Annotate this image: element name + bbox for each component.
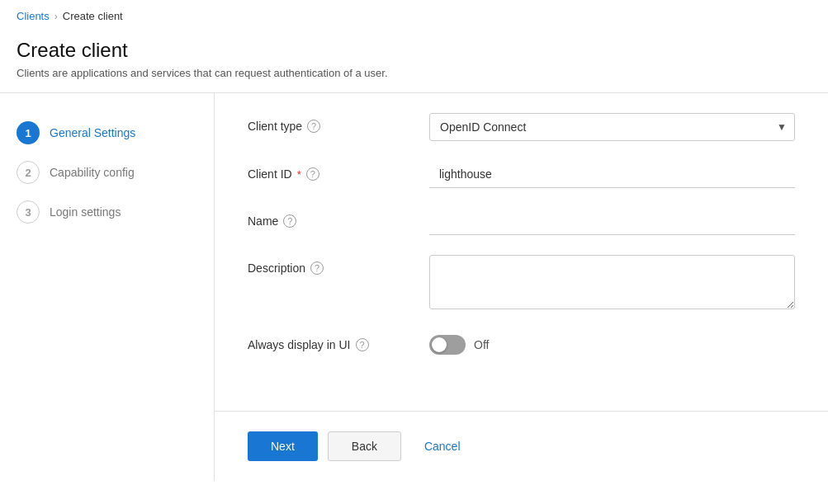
breadcrumb: Clients › Create client	[0, 0, 828, 32]
always-display-help-icon[interactable]: ?	[356, 338, 369, 351]
always-display-row: Always display in UI ? Off	[248, 332, 795, 355]
client-type-label: Client type	[248, 120, 302, 133]
step-1-circle: 1	[17, 121, 40, 144]
always-display-toggle[interactable]	[429, 335, 466, 355]
client-id-row: Client ID * ?	[248, 161, 795, 188]
client-id-required-star: *	[297, 168, 301, 181]
description-control	[429, 255, 795, 312]
form-area: Client type ? OpenID Connect SAML ▼	[215, 93, 828, 394]
name-input[interactable]	[429, 208, 795, 235]
always-display-label-group: Always display in UI ?	[248, 332, 413, 351]
name-control	[429, 208, 795, 235]
footer-buttons: Next Back Cancel	[215, 411, 828, 481]
back-button[interactable]: Back	[328, 431, 401, 461]
breadcrumb-current: Create client	[63, 10, 123, 22]
breadcrumb-separator: ›	[54, 11, 58, 22]
name-label: Name	[248, 214, 278, 228]
toggle-track	[429, 335, 466, 355]
client-id-input[interactable]	[429, 161, 795, 188]
client-type-row: Client type ? OpenID Connect SAML ▼	[248, 113, 795, 141]
sidebar-label-general-settings: General Settings	[50, 126, 135, 139]
toggle-off-label: Off	[474, 338, 489, 351]
always-display-control: Off	[429, 332, 795, 355]
toggle-thumb	[432, 337, 447, 352]
description-label-group: Description ?	[248, 255, 413, 275]
client-id-control	[429, 161, 795, 188]
step-3-circle: 3	[17, 200, 40, 224]
page-header: Create client Clients are applications a…	[0, 32, 828, 93]
sidebar-item-general-settings[interactable]: 1 General Settings	[0, 113, 214, 153]
description-label: Description	[248, 261, 305, 275]
always-display-label: Always display in UI	[248, 338, 351, 351]
description-help-icon[interactable]: ?	[310, 261, 324, 275]
description-textarea[interactable]	[429, 255, 795, 309]
page-title: Create client	[17, 39, 811, 62]
client-type-label-group: Client type ?	[248, 113, 413, 133]
sidebar-item-login-settings[interactable]: 3 Login settings	[0, 192, 214, 232]
cancel-button[interactable]: Cancel	[411, 431, 474, 461]
page-subtitle: Clients are applications and services th…	[17, 67, 811, 79]
client-id-label: Client ID	[248, 167, 292, 181]
client-type-control: OpenID Connect SAML ▼	[429, 113, 795, 141]
sidebar-item-capability-config[interactable]: 2 Capability config	[0, 153, 214, 192]
name-help-icon[interactable]: ?	[283, 214, 296, 228]
client-id-help-icon[interactable]: ?	[306, 167, 319, 181]
client-type-select[interactable]: OpenID Connect SAML	[429, 113, 795, 141]
name-label-group: Name ?	[248, 208, 413, 228]
client-type-select-wrapper: OpenID Connect SAML ▼	[429, 113, 795, 141]
client-id-label-group: Client ID * ?	[248, 161, 413, 181]
main-layout: 1 General Settings 2 Capability config 3…	[0, 93, 828, 481]
sidebar-label-capability-config: Capability config	[50, 166, 135, 179]
client-type-help-icon[interactable]: ?	[307, 120, 320, 133]
breadcrumb-parent-link[interactable]: Clients	[17, 10, 50, 22]
step-2-circle: 2	[17, 161, 40, 184]
description-row: Description ?	[248, 255, 795, 312]
content-right: Client type ? OpenID Connect SAML ▼	[215, 93, 828, 481]
name-row: Name ?	[248, 208, 795, 235]
sidebar-label-login-settings: Login settings	[50, 205, 121, 219]
sidebar: 1 General Settings 2 Capability config 3…	[0, 93, 215, 481]
toggle-group: Off	[429, 332, 795, 355]
next-button[interactable]: Next	[248, 431, 318, 461]
